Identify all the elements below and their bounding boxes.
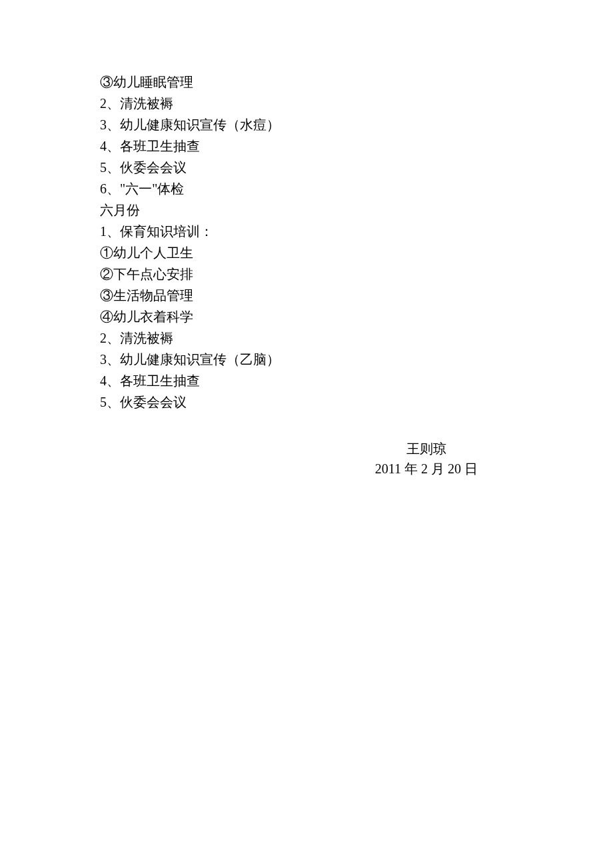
text-line: ③生活物品管理 bbox=[100, 285, 513, 305]
signature-date: 2011 年 2 月 20 日 bbox=[340, 459, 513, 479]
text-line: 6、"六一"体检 bbox=[100, 179, 513, 199]
signature-name: 王则琼 bbox=[340, 439, 513, 459]
document-page: ③幼儿睡眠管理 2、清洗被褥 3、幼儿健康知识宣传（水痘） 4、各班卫生抽查 5… bbox=[0, 0, 613, 479]
text-line: 5、伙委会会议 bbox=[100, 392, 513, 412]
signature-block: 王则琼 2011 年 2 月 20 日 bbox=[100, 439, 513, 479]
text-line: 2、清洗被褥 bbox=[100, 93, 513, 113]
text-line: 六月份 bbox=[100, 200, 513, 220]
text-line: 1、保育知识培训： bbox=[100, 221, 513, 241]
text-line: 3、幼儿健康知识宣传（水痘） bbox=[100, 115, 513, 135]
text-line: 4、各班卫生抽查 bbox=[100, 371, 513, 391]
text-line: 5、伙委会会议 bbox=[100, 157, 513, 177]
text-line: 4、各班卫生抽查 bbox=[100, 136, 513, 156]
text-line: 3、幼儿健康知识宣传（乙脑） bbox=[100, 349, 513, 369]
text-line: ③幼儿睡眠管理 bbox=[100, 72, 513, 92]
document-content: ③幼儿睡眠管理 2、清洗被褥 3、幼儿健康知识宣传（水痘） 4、各班卫生抽查 5… bbox=[100, 72, 513, 412]
text-line: ①幼儿个人卫生 bbox=[100, 243, 513, 263]
text-line: ④幼儿衣着科学 bbox=[100, 307, 513, 327]
text-line: 2、清洗被褥 bbox=[100, 328, 513, 348]
text-line: ②下午点心安排 bbox=[100, 264, 513, 284]
